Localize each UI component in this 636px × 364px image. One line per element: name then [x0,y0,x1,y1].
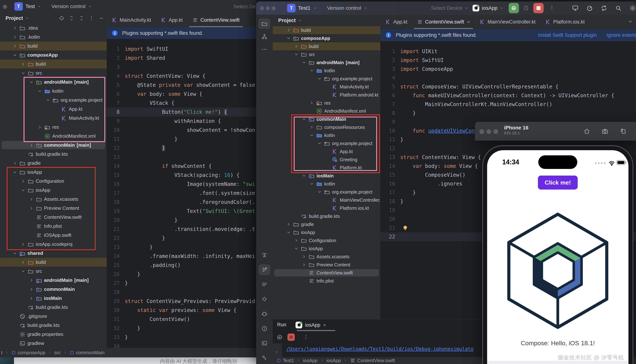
tab-MainActivity.kt[interactable]: MainActivity.kt [107,13,156,27]
packages-diamond-icon[interactable] [258,294,270,304]
chevron-right-icon[interactable] [28,143,35,148]
project-switcher[interactable]: Test [26,4,35,10]
more-kebab-icon[interactable] [549,5,555,10]
tree-item-Platform.kt[interactable]: Platform.kt [273,164,380,172]
chevron-right-icon[interactable] [36,125,44,130]
tree-item-iosApp[interactable]: iosApp [0,168,107,177]
tree-item-build.gradle.kts[interactable]: build.gradle.kts [0,150,107,159]
chevron-down-icon[interactable] [44,98,52,102]
code-line-15[interactable]: 15 VStack(spacing: 16) { [107,170,256,180]
console-link[interactable]: /Users/luoqiangwei/Downloads/Test1/build… [286,346,474,352]
code-line-16[interactable]: 16 Image(systemName: "swi [107,180,256,188]
code-line-26[interactable]: 26 } [107,270,256,279]
tab-Platform.ios.kt[interactable]: Platform.ios.kt [540,15,589,29]
rotate-icon[interactable] [620,128,626,134]
tree-item-kotlin[interactable]: kotlin [273,180,380,188]
tab-ContentView.swift[interactable]: ContentView.swift [188,13,244,27]
tree-item-Platform.android.kt[interactable]: Platform.android.kt [273,91,380,99]
code-line-28[interactable]: 28 [107,288,256,297]
code-line-8[interactable]: 8 } [380,109,636,118]
chevron-down-icon[interactable] [316,141,323,146]
code-line-10[interactable]: 10 showContent = !showCon [107,126,256,134]
chevron-right-icon[interactable] [11,26,19,30]
minimize-icon[interactable] [266,6,270,10]
code-line-3[interactable]: 3import ComposeApp [380,65,636,74]
tree-item-org.example.project[interactable]: org.example.project [0,96,107,104]
devices-icon[interactable] [572,5,579,12]
code-line-14[interactable]: 14 if showContent { [107,162,256,170]
tree-item-.gitignore[interactable]: .gitignore [0,312,107,321]
tree-item-build[interactable]: build [273,42,380,50]
tree-item-gradle[interactable]: gradle [273,220,380,228]
tree-item-src[interactable]: src [273,50,380,58]
more-ellipsis-icon[interactable] [258,44,270,55]
build-icon[interactable] [258,250,270,260]
tree-item-.kotlin[interactable]: .kotlin [0,32,107,42]
code-line-6[interactable]: 6 func makeUIViewController(context: Con… [380,91,636,100]
device-selector[interactable]: Select Device [431,2,468,15]
chevron-right-icon[interactable] [292,44,300,49]
profiler-cat-icon[interactable] [258,308,270,319]
chevron-right-icon[interactable] [28,197,35,202]
code-line-4[interactable]: 4struct ContentView: View { [107,72,256,80]
rerun-icon[interactable] [276,334,283,341]
code-line-30[interactable]: 30 static var previews: some View { [107,306,256,315]
tree-item-androidMain[interactable]: androidMain[main] [0,78,107,86]
code-line-19[interactable]: 19 Text("SwiftUI: \(Greet [107,207,256,216]
tree-item-build[interactable]: build [0,42,107,50]
terminal-icon[interactable] [258,338,270,348]
tree-item-commonMain[interactable]: commonMain [0,285,107,294]
code-line-5[interactable]: 5 @State private var showContent = false [107,80,256,90]
breadcrumb-commonMain[interactable]: commonMain [70,350,105,356]
stop-icon[interactable] [287,334,295,341]
tree-item-iosApp[interactable]: iosApp [273,244,380,252]
code-line-20[interactable]: 20 } [107,216,256,225]
code-line-11[interactable]: 11 } [107,134,256,144]
chevron-right-icon[interactable] [20,62,27,66]
run-config-selector[interactable]: iosApp [472,2,503,15]
tab-App.kt[interactable]: App.kt [156,13,188,27]
locate-icon[interactable] [59,16,64,21]
code-line-31[interactable]: 31 ContentView() [107,315,256,324]
chevron-right-icon[interactable] [308,100,315,105]
tree-item-App.kt[interactable]: App.kt [0,104,107,114]
chevron-down-icon[interactable] [292,246,300,251]
tree-item-Preview Content[interactable]: Preview Content [273,261,380,269]
tab-list-chevron-icon[interactable] [627,19,633,24]
breadcrumb-Test1[interactable]: Test1 [276,358,294,364]
tab-App.kt[interactable]: App.kt [380,15,412,29]
code-line-32[interactable]: 32 } [107,324,256,333]
tree-item-androidMain[interactable]: androidMain[main] [273,58,380,66]
tree-item-Info.plist[interactable]: Info.plist [0,222,107,231]
code-line-18[interactable]: 18 .foregroundColor(. [107,198,256,207]
run-play-icon[interactable] [258,264,270,275]
code-line-2[interactable]: 2import Shared [107,54,256,62]
chevron-right-icon[interactable] [28,206,35,211]
chevron-right-icon[interactable] [308,125,315,130]
tree-item-iosApp[interactable]: iosApp [273,228,380,236]
tree-item-Greeting[interactable]: Greeting [273,156,380,164]
tree-item-composeApp[interactable]: composeApp [0,50,107,60]
chevron-down-icon[interactable] [300,173,308,178]
code-line-21[interactable]: 21 .transition(.move(edge: .t [107,225,256,234]
code-line-5[interactable]: 5struct ComposeView: UIViewControllerRep… [380,82,636,91]
tree-item-ContentView.swift[interactable]: ContentView.swift [274,269,379,276]
debug-button[interactable] [523,4,529,11]
chevron-right-icon[interactable] [292,238,300,243]
chevron-right-icon[interactable] [285,222,292,227]
run-button[interactable] [509,3,519,13]
code-line-17[interactable]: 17 .font(.system(size [107,188,256,198]
code-line-7[interactable]: 7 VStack { [107,98,256,108]
code-line-29[interactable]: 29struct ContentView_Previews: PreviewPr… [107,297,256,306]
code-line-12[interactable]: 12 } [107,144,256,152]
close-icon[interactable]: × [323,322,326,328]
chevron-right-icon[interactable] [28,278,35,283]
sync-icon[interactable] [601,5,607,12]
tree-item-composeApp[interactable]: composeApp [273,34,380,42]
problems-icon[interactable] [258,323,270,334]
tree-item-Preview Content[interactable]: Preview Content [0,204,107,213]
tree-item-Info.plist[interactable]: Info.plist [273,277,380,285]
tree-item-org.example.project[interactable]: org.example.project [273,139,380,148]
intention-bulb-icon[interactable] [402,225,408,231]
close-icon[interactable] [260,6,264,10]
